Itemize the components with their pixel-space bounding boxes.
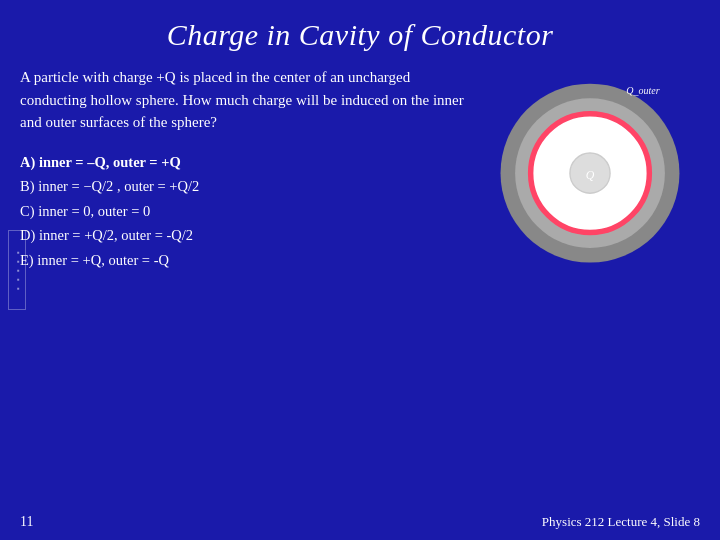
answer-option-e: E) inner = +Q, outer = -Q bbox=[20, 248, 470, 273]
slide-watermark: ▪▪▪▪▪ bbox=[8, 230, 26, 310]
answer-option-c: C) inner = 0, outer = 0 bbox=[20, 199, 470, 224]
answer-options: A) inner = –Q, outer = +Q B) inner = −Q/… bbox=[20, 150, 470, 273]
page-container: ▪▪▪▪▪ Charge in Cavity of Conductor A pa… bbox=[0, 0, 720, 540]
svg-text:Q_outer: Q_outer bbox=[626, 85, 660, 96]
answer-option-d: D) inner = +Q/2, outer = -Q/2 bbox=[20, 223, 470, 248]
diagram-section: Q Q_inner Q_outer bbox=[480, 56, 700, 273]
slide-number: 11 bbox=[20, 514, 33, 530]
text-section: A particle with charge +Q is placed in t… bbox=[20, 66, 470, 273]
svg-text:Q: Q bbox=[586, 168, 595, 182]
charge-diagram: Q Q_inner Q_outer bbox=[485, 59, 695, 269]
course-info: Physics 212 Lecture 4, Slide 8 bbox=[542, 514, 700, 530]
content-area: A particle with charge +Q is placed in t… bbox=[20, 66, 700, 273]
answer-option-b: B) inner = −Q/2 , outer = +Q/2 bbox=[20, 174, 470, 199]
question-text: A particle with charge +Q is placed in t… bbox=[20, 66, 470, 134]
answer-option-a: A) inner = –Q, outer = +Q bbox=[20, 150, 470, 175]
page-title: Charge in Cavity of Conductor bbox=[20, 18, 700, 52]
footer: 11 Physics 212 Lecture 4, Slide 8 bbox=[20, 514, 700, 530]
svg-text:Q_inner: Q_inner bbox=[573, 119, 607, 130]
